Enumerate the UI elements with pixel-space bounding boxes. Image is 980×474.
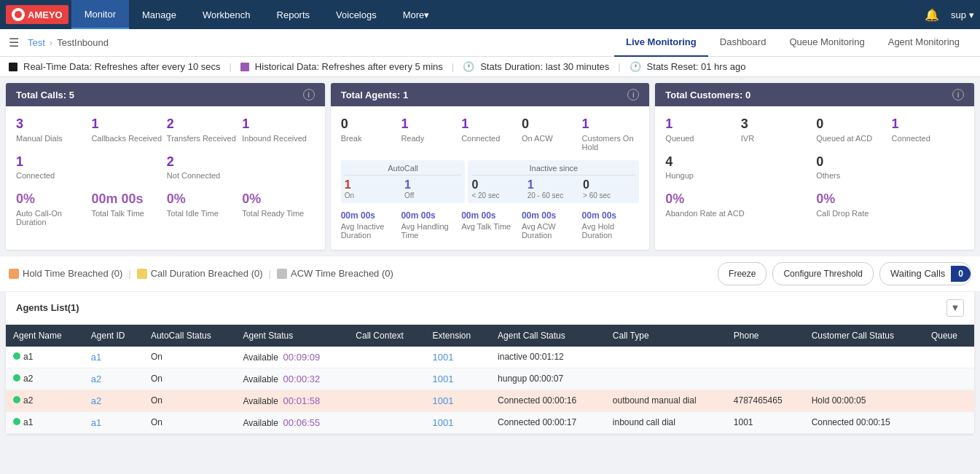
- clock2-icon: 🕐: [630, 61, 641, 72]
- cell-agent-status: Available 00:09:09: [235, 347, 348, 368]
- extension-link[interactable]: 1001: [433, 395, 454, 406]
- cell-call-context: [348, 368, 425, 390]
- cell-phone: 4787465465: [726, 390, 804, 411]
- avg-inactive-value: 00m 00s: [341, 210, 399, 221]
- inactive-title: Inactive since: [471, 164, 635, 175]
- cell-customer-call-status: Hold 00:00:05: [804, 390, 924, 411]
- breached-sep1: |: [128, 268, 130, 279]
- nav-more[interactable]: More ▾: [390, 0, 443, 29]
- waiting-calls-button[interactable]: Waiting Calls 0: [879, 262, 971, 285]
- status-bar: Real-Time Data: Refreshes after every 10…: [0, 57, 980, 77]
- autocall-box: AutoCall 1 On 1 Off: [341, 160, 466, 203]
- nav-right: 🔔 sup ▾: [925, 8, 974, 22]
- autocall-row: 1 On 1 Off: [345, 178, 462, 200]
- metric-others: 0 Others: [816, 151, 964, 183]
- avg-handling-label: Avg Handling Time: [401, 222, 458, 240]
- autocall-duration-label: Auto Call-On Duration: [16, 209, 88, 226]
- agents-tbody: a1 a1 On Available 00:09:09 1001 inactiv…: [6, 347, 974, 434]
- metric-total-talk: 00m 00s Total Talk Time: [91, 189, 163, 229]
- total-talk-label: Total Talk Time: [91, 209, 163, 218]
- agent-id-link[interactable]: a2: [91, 374, 101, 384]
- realtime-dot: [9, 63, 17, 71]
- breadcrumb-testinbound: TestInbound: [57, 37, 109, 48]
- cell-customer-call-status: [804, 368, 924, 390]
- configure-threshold-button[interactable]: Configure Threshold: [772, 262, 874, 285]
- cell-call-context: [348, 411, 425, 433]
- call-drop-value: 0%: [816, 191, 964, 208]
- agent-id-link[interactable]: a1: [91, 352, 101, 363]
- freeze-button[interactable]: Freeze: [718, 262, 767, 285]
- queued-acd-value: 0: [816, 116, 888, 133]
- main-nav: Monitor Manage Workbench Reports Voicelo…: [71, 0, 443, 29]
- breadcrumb-test[interactable]: Test: [28, 37, 45, 48]
- cell-call-type: [605, 347, 726, 368]
- cell-autocall: On: [144, 368, 236, 390]
- bell-icon[interactable]: 🔔: [925, 8, 939, 22]
- tab-agent-monitoring[interactable]: Agent Monitoring: [877, 29, 971, 57]
- total-calls-title: Total Calls: 5: [16, 90, 74, 100]
- cell-queue: [924, 390, 974, 411]
- hamburger-icon[interactable]: ☰: [9, 36, 19, 50]
- top-nav: AMEYO Monitor Manage Workbench Reports V…: [0, 0, 980, 29]
- customers-row3: 0% Abandon Rate at ACD 0% Call Drop Rate: [665, 189, 964, 221]
- autocall-on-value: 1: [345, 178, 401, 191]
- metric-call-drop: 0% Call Drop Rate: [816, 189, 964, 221]
- total-customers-body: 1 Queued 3 IVR 0 Queued at ACD 1 Connect…: [655, 106, 974, 228]
- total-agents-info-icon[interactable]: i: [627, 89, 639, 100]
- nav-voicelogs[interactable]: Voicelogs: [323, 0, 390, 29]
- ready-value: 1: [401, 116, 458, 133]
- autocall-title: AutoCall: [345, 164, 462, 175]
- tab-live-monitoring[interactable]: Live Monitoring: [614, 29, 708, 57]
- col-call-type: Call Type: [605, 325, 726, 347]
- tab-dashboard[interactable]: Dashboard: [708, 29, 778, 57]
- nav-workbench[interactable]: Workbench: [189, 0, 264, 29]
- extension-link[interactable]: 1001: [433, 374, 454, 384]
- table-row: a2 a2 On Available 00:01:58 1001 Connect…: [6, 390, 974, 411]
- nav-manage[interactable]: Manage: [129, 0, 189, 29]
- cell-phone: 1001: [726, 411, 804, 433]
- metric-autocall-duration: 0% Auto Call-On Duration: [16, 189, 88, 229]
- cell-extension: 1001: [426, 411, 491, 433]
- clock-icon: 🕐: [463, 61, 474, 72]
- inactive-lt20: 0 < 20 sec: [471, 178, 524, 200]
- call-drop-label: Call Drop Rate: [816, 209, 964, 218]
- sep3: |: [618, 61, 620, 72]
- sep1: |: [229, 61, 231, 72]
- cell-customer-call-status: [804, 347, 924, 368]
- total-agents-title: Total Agents: 1: [341, 90, 408, 100]
- total-customers-title: Total Customers: 0: [665, 90, 750, 100]
- stats-reset: Stats Reset: 01 hrs ago: [647, 61, 746, 72]
- user-badge[interactable]: sup ▾: [951, 9, 974, 20]
- filter-icon[interactable]: ▼: [946, 299, 964, 317]
- avg-handling-value: 00m 00s: [401, 210, 458, 221]
- inactive-20-60-value: 1: [528, 178, 580, 191]
- total-calls-info-icon[interactable]: i: [303, 89, 315, 100]
- inactive-box: Inactive since 0 < 20 sec 1 20 - 60 sec …: [468, 160, 639, 203]
- tab-queue-monitoring[interactable]: Queue Monitoring: [777, 29, 876, 57]
- agent-id-link[interactable]: a2: [91, 395, 101, 406]
- agent-id-link[interactable]: a1: [91, 417, 101, 428]
- cell-agent-status: Available 00:01:58: [235, 390, 348, 411]
- cell-call-type: outbound manual dial: [605, 390, 726, 411]
- col-customer-call-status: Customer Call Status: [804, 325, 924, 347]
- agents-top-row: 0 Break 1 Ready 1 Connected 0 On ACW 1: [341, 114, 640, 154]
- total-calls-panel: Total Calls: 5 i 3 Manual Dials 1 Callba…: [6, 83, 325, 250]
- cell-queue: [924, 347, 974, 368]
- total-customers-info-icon[interactable]: i: [952, 89, 964, 100]
- autocall-off-label: Off: [404, 191, 461, 200]
- metric-break: 0 Break: [341, 114, 399, 154]
- ivr-value: 3: [741, 116, 813, 133]
- extension-link[interactable]: 1001: [433, 352, 454, 363]
- nav-monitor[interactable]: Monitor: [71, 0, 129, 29]
- call-duration-breached: Call Duration Breached (0): [137, 268, 263, 279]
- metric-not-connected: 2 Not Connected: [167, 151, 315, 183]
- nav-reports[interactable]: Reports: [264, 0, 324, 29]
- agents-section: Agents List(1) ▼ Agent Name Agent ID Aut…: [6, 292, 974, 434]
- cell-agent-name: a1: [6, 347, 84, 368]
- hold-time-label: Hold Time Breached (0): [23, 268, 122, 279]
- cell-autocall: On: [144, 411, 236, 433]
- cell-queue: [924, 368, 974, 390]
- manual-dials-label: Manual Dials: [16, 134, 88, 143]
- extension-link[interactable]: 1001: [433, 417, 454, 428]
- agents-list-header: Agents List(1) ▼: [6, 292, 974, 325]
